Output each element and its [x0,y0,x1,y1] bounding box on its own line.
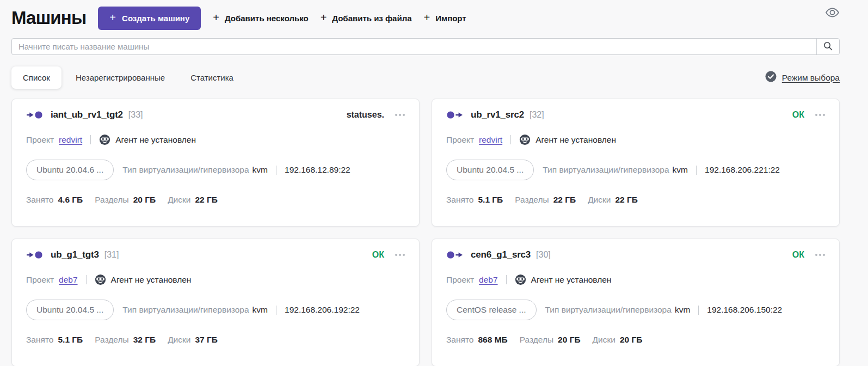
divider [276,306,276,315]
search-button[interactable] [816,39,839,54]
plus-icon: + [321,12,327,23]
os-pill: Ubuntu 20.04.6 ... [26,160,114,180]
divider [90,135,91,144]
agent-status: Агент не установлен [531,275,612,285]
partitions-label: Разделы [95,195,128,205]
machine-address: 192.168.12.89:22 [285,165,350,175]
partitions-value: 22 ГБ [553,195,576,205]
status-badge: ОК [792,250,804,260]
page-title: Машины [11,8,86,28]
virt-type-value: kvm [675,305,690,315]
divider [698,306,699,315]
disks-value: 37 ГБ [195,335,217,345]
card-menu-button[interactable] [815,112,825,118]
os-virt-row: Ubuntu 20.04.6 ... Тип виртуализации/гип… [26,160,405,180]
machine-name: ub_g1_tgt3 [51,249,99,260]
agent-status: Агент не установлен [111,275,192,285]
project-label: Проект [446,275,474,285]
card-menu-button[interactable] [395,252,405,258]
card-header: cen6_g1_src3 [30] ОК [446,249,825,260]
machine-card: iant_ub_rv1_tgt2 [33] statuses. Проект r… [11,99,420,227]
machine-id-badge: [31] [104,250,119,260]
divider [506,275,507,284]
divider [510,135,511,144]
create-machine-button[interactable]: + Создать машину [98,7,201,30]
machine-id-badge: [33] [128,110,143,120]
machine-source-icon [446,111,463,119]
machine-target-icon [26,111,43,119]
status-badge: ОК [372,250,384,260]
search-input[interactable] [12,39,816,54]
disks-value: 22 ГБ [195,195,217,205]
plus-icon: + [213,12,219,23]
used-value: 5.1 ГБ [58,335,83,345]
eye-icon [825,12,840,20]
os-pill: CentOS release ... [446,300,537,320]
storage-row: Занято 4.6 ГБ Разделы 20 ГБ Диски 22 ГБ [26,195,405,205]
virt-type-label: Тип виртуализации/гипервизора [122,165,249,175]
visibility-toggle-button[interactable] [823,4,842,22]
disks-label: Диски [593,335,615,345]
import-button[interactable]: + Импорт [424,13,466,23]
used-value: 5.1 ГБ [478,195,503,205]
agent-status: Агент не установлен [115,135,196,145]
agent-face-icon [519,134,531,145]
status-badge: ОК [792,110,804,120]
divider [86,275,87,284]
search-bar [11,38,840,55]
virt-type-label: Тип виртуализации/гипервизора [543,165,669,175]
tab-list[interactable]: Список [11,66,61,89]
partitions-label: Разделы [520,335,553,345]
project-link[interactable]: deb7 [59,275,77,285]
used-label: Занято [446,195,473,205]
tab-statistics[interactable]: Статистика [179,66,245,89]
search-icon [823,41,833,52]
card-menu-button[interactable] [395,112,405,118]
os-virt-row: Ubuntu 20.04.5 ... Тип виртуализации/гип… [26,300,405,320]
plus-icon: + [109,12,116,23]
project-label: Проект [446,135,474,145]
status-badge: statuses. [347,110,384,120]
agent-face-icon [95,274,106,285]
machine-name: cen6_g1_src3 [471,249,531,260]
used-label: Занято [26,335,53,345]
machine-id-badge: [32] [530,110,544,120]
project-label: Проект [26,275,54,285]
disks-label: Диски [168,195,190,205]
agent-face-icon [99,134,110,145]
machine-cards-grid: iant_ub_rv1_tgt2 [33] statuses. Проект r… [11,99,840,366]
used-label: Занято [26,195,53,205]
os-pill: Ubuntu 20.04.5 ... [26,300,114,320]
tabs-bar: Список Незарегистрированные Статистика Р… [11,66,840,89]
check-circle-icon [765,71,777,84]
os-virt-row: Ubuntu 20.04.5 ... Тип виртуализации/гип… [446,160,825,180]
project-link[interactable]: redvirt [479,135,502,145]
plus-icon: + [424,12,430,23]
project-label: Проект [26,135,54,145]
tab-unregistered[interactable]: Незарегистрированные [64,66,176,89]
machine-address: 192.168.206.221:22 [705,165,780,175]
card-menu-button[interactable] [815,252,825,258]
project-row: Проект deb7 Агент не установлен [446,274,825,285]
machine-card: ub_g1_tgt3 [31] ОК Проект deb7 Агент не … [11,239,420,366]
partitions-value: 20 ГБ [558,335,580,345]
card-header: iant_ub_rv1_tgt2 [33] statuses. [26,109,405,120]
selection-mode-link[interactable]: Режим выбора [765,71,840,84]
storage-row: Занято 5.1 ГБ Разделы 22 ГБ Диски 22 ГБ [446,195,825,205]
project-link[interactable]: deb7 [479,275,497,285]
machine-source-icon [446,251,463,259]
page-header: Машины + Создать машину + Добавить неско… [0,0,868,30]
project-link[interactable]: redvirt [59,135,82,145]
add-multiple-button[interactable]: + Добавить несколько [213,13,308,23]
used-value: 4.6 ГБ [58,195,83,205]
partitions-value: 20 ГБ [133,195,156,205]
agent-face-icon [515,274,526,285]
project-row: Проект deb7 Агент не установлен [26,274,405,285]
add-from-file-button[interactable]: + Добавить из файла [321,13,412,23]
used-label: Занято [446,335,473,345]
virt-type-label: Тип виртуализации/гипервизора [122,305,249,315]
storage-row: Занято 868 МБ Разделы 20 ГБ Диски 20 ГБ [446,335,825,345]
machine-name: ub_rv1_src2 [471,109,524,120]
agent-status: Агент не установлен [535,135,616,145]
os-virt-row: CentOS release ... Тип виртуализации/гип… [446,300,825,320]
